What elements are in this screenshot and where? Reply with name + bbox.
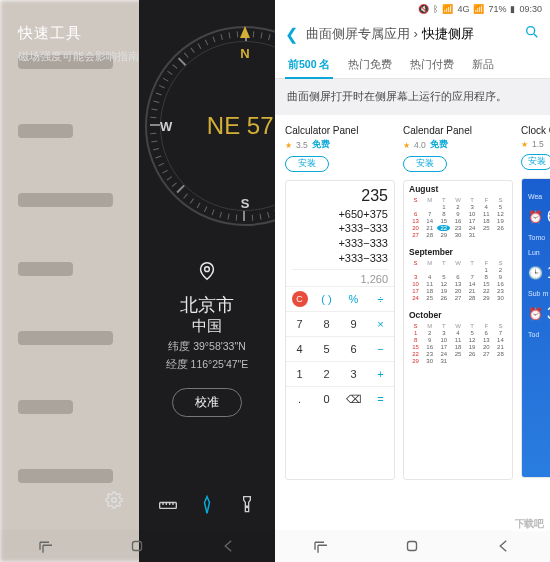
search-icon[interactable] [524, 24, 540, 44]
free-label: 免费 [312, 139, 330, 151]
store-tabs: 前500 名 热门免费 热门付费 新品 [275, 50, 550, 79]
nav-bar-right [275, 530, 550, 562]
compass-reading: NE 57° [145, 26, 275, 226]
svg-rect-2 [159, 503, 176, 509]
location-pin-icon [139, 260, 275, 287]
nav-bar-left [0, 530, 275, 562]
status-time: 09:30 [519, 4, 542, 14]
app-title: Calculator Panel [285, 125, 395, 136]
svg-point-3 [246, 506, 248, 508]
tab-paid[interactable]: 热门付费 [401, 50, 463, 78]
svg-rect-4 [133, 542, 142, 551]
location-country: 中国 [139, 317, 275, 336]
app-title: Clock Galaxy E and S8 [521, 125, 550, 136]
battery-icon: ▮ [510, 4, 515, 14]
ruler-icon[interactable] [157, 494, 179, 516]
clock-icon: 🕒 [528, 266, 543, 280]
svg-point-5 [527, 27, 535, 35]
back-button[interactable] [495, 537, 513, 555]
app-rating: 1.5 [532, 139, 544, 149]
svg-point-1 [112, 498, 117, 503]
app-title: Calendar Panel [403, 125, 513, 136]
compass[interactable]: N E S W NE 57° [145, 26, 275, 226]
left-phone: 快速工具 磁场强度可能会影响指南针的准确性。 N E S W NE 57° 北京… [0, 0, 275, 562]
svg-rect-6 [408, 542, 417, 551]
wifi-icon: 📶 [473, 4, 484, 14]
bluetooth-icon: ᛒ [433, 4, 438, 14]
compass-icon[interactable] [196, 494, 218, 516]
home-button[interactable] [403, 537, 421, 555]
app-rating: 3.5 [296, 140, 308, 150]
app-grid[interactable]: Calculator Panel ★ 3.5 免费 安装 235 +650+37… [275, 115, 550, 480]
location-block: 北京市 中国 纬度 39°58'33"N 经度 116°25'47"E 校准 [139, 260, 275, 417]
free-label: 免费 [430, 139, 448, 151]
back-button[interactable] [220, 537, 238, 555]
home-button[interactable] [128, 537, 146, 555]
flashlight-icon[interactable] [236, 494, 258, 516]
back-chevron-icon[interactable]: ❮ [285, 25, 298, 44]
location-lat: 纬度 39°58'33"N [139, 340, 275, 354]
tab-new[interactable]: 新品 [463, 50, 503, 78]
edge-toolbar [139, 494, 275, 516]
star-icon: ★ [403, 141, 410, 150]
alarm-icon: ⏰ [528, 307, 543, 321]
tab-top500[interactable]: 前500 名 [279, 50, 339, 78]
breadcrumb[interactable]: 曲面侧屏专属应用 › 快捷侧屏 [306, 25, 474, 43]
location-lon: 经度 116°25'47"E [139, 358, 275, 372]
app-card-calendar[interactable]: Calendar Panel ★ 4.0 免费 安装 AugustSMTWTFS… [403, 125, 513, 480]
app-card-calculator[interactable]: Calculator Panel ★ 3.5 免费 安装 235 +650+37… [285, 125, 395, 480]
status-bar: 🔇 ᛒ 📶 4G 📶 71% ▮ 09:30 [275, 0, 550, 18]
right-phone: 🔇 ᛒ 📶 4G 📶 71% ▮ 09:30 ❮ 曲面侧屏专属应用 › 快捷侧屏… [275, 0, 550, 562]
install-button[interactable]: 安装 [403, 156, 447, 172]
star-icon: ★ [521, 140, 528, 149]
recents-button[interactable] [312, 537, 330, 555]
store-description: 曲面侧屏打开时在侧屏幕上运行的应用程序。 [275, 79, 550, 115]
calibrate-button[interactable]: 校准 [172, 388, 242, 417]
install-button[interactable]: 安装 [285, 156, 329, 172]
mute-icon: 🔇 [418, 4, 429, 14]
edge-panel: N E S W NE 57° 北京市 中国 纬度 39°58'33"N 经度 1… [139, 0, 275, 562]
alarm-icon: ⏰ [528, 210, 543, 224]
calendar-preview: AugustSMTWTFS123456789101112131415161718… [403, 180, 513, 480]
install-button[interactable]: 安装 [521, 154, 550, 170]
tab-free[interactable]: 热门免费 [339, 50, 401, 78]
settings-gear-icon[interactable] [105, 491, 123, 514]
app-rating: 4.0 [414, 140, 426, 150]
calculator-preview: 235 +650+375 +333−333 +333−333 +333−333 … [285, 180, 395, 480]
location-city: 北京市 [139, 293, 275, 317]
watermark: 下载吧 [512, 516, 547, 532]
clock-preview: Wea ⏰6:30 Tomo Lun 🕒11:3 Sub m ⏰3:00 Tod [521, 178, 550, 478]
star-icon: ★ [285, 141, 292, 150]
signal-icon: 📶 [442, 4, 453, 14]
svg-point-0 [205, 267, 210, 272]
battery-text: 71% [488, 4, 506, 14]
app-card-clock[interactable]: Clock Galaxy E and S8 ★ 1.5 安装 Wea ⏰6:30… [521, 125, 550, 480]
recents-button[interactable] [37, 537, 55, 555]
store-header: ❮ 曲面侧屏专属应用 › 快捷侧屏 [275, 18, 550, 50]
